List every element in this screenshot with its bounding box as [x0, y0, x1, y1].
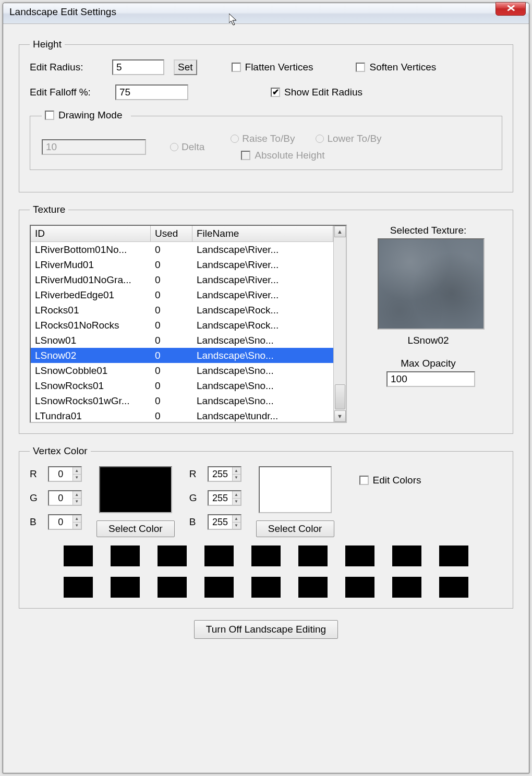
r-label: R	[30, 468, 38, 480]
set-button[interactable]: Set	[174, 59, 197, 75]
radio-icon	[170, 143, 178, 151]
table-row[interactable]: LSnow020Landscape\Sno...	[31, 348, 333, 363]
preset-swatch[interactable]	[298, 577, 328, 598]
column-used[interactable]: Used	[151, 226, 192, 241]
delta-radio: Delta	[170, 141, 210, 153]
preset-swatch[interactable]	[439, 545, 468, 566]
spin-up-icon[interactable]: ▲	[73, 515, 81, 523]
table-row[interactable]: LSnowCobble010Landscape\Sno...	[31, 363, 333, 378]
spin-down-icon[interactable]: ▼	[73, 523, 81, 529]
table-row[interactable]: LRiverBottom01No...0Landscape\River...	[31, 242, 333, 257]
checkbox-icon	[45, 111, 54, 120]
edit-falloff-input[interactable]	[115, 84, 188, 100]
selected-texture-label: Selected Texture:	[359, 225, 497, 236]
window-title: Landscape Edit Settings	[9, 6, 116, 17]
spin-up-icon[interactable]: ▲	[73, 467, 81, 475]
preset-swatch[interactable]	[204, 577, 234, 598]
drawing-mode-group: Drawing Mode Delta Raise To/By	[30, 110, 502, 170]
b-label: B	[189, 516, 197, 528]
flatten-vertices-checkbox[interactable]: Flatten Vertices	[232, 62, 319, 73]
show-edit-radius-checkbox[interactable]: ✔ Show Edit Radius	[271, 87, 368, 98]
checkbox-icon: ✔	[271, 88, 280, 97]
select-color-right-button[interactable]: Select Color	[256, 520, 334, 537]
preset-swatch[interactable]	[345, 545, 374, 566]
height-group: Height Edit Radius: Set Flatten Vertices…	[19, 39, 513, 192]
r-right-spin[interactable]: ▲▼	[208, 466, 241, 482]
table-row[interactable]: LRocks01NoRocks0Landscape\Rock...	[31, 318, 333, 333]
preset-swatch[interactable]	[251, 577, 281, 598]
checkbox-icon	[359, 476, 369, 485]
edit-colors-checkbox[interactable]: Edit Colors	[359, 475, 427, 486]
table-row[interactable]: LSnowRocks010Landscape\Sno...	[31, 378, 333, 393]
texture-list[interactable]: ID Used FileName LRiverBottom01No...0Lan…	[30, 225, 347, 423]
preset-swatches-row2	[30, 577, 502, 598]
drawing-mode-legend: Drawing Mode	[42, 110, 131, 123]
preset-swatch[interactable]	[345, 577, 374, 598]
r-label: R	[189, 468, 197, 480]
soften-vertices-checkbox[interactable]: Soften Vertices	[356, 62, 441, 73]
table-row[interactable]: LRocks010Landscape\Rock...	[31, 302, 333, 318]
spin-down-icon[interactable]: ▼	[233, 523, 240, 529]
preset-swatch[interactable]	[251, 545, 281, 566]
radio-icon	[231, 135, 239, 143]
height-legend: Height	[30, 39, 65, 50]
preset-swatch[interactable]	[158, 545, 187, 566]
scroll-up-button[interactable]: ▲	[334, 226, 346, 237]
preset-swatch[interactable]	[439, 577, 468, 598]
selected-texture-name: LSnow02	[359, 335, 497, 346]
b-left-spin[interactable]: ▲▼	[48, 514, 82, 530]
spin-down-icon[interactable]: ▼	[233, 499, 240, 505]
landscape-edit-settings-window: Landscape Edit Settings ✕ Height Edit Ra…	[3, 3, 529, 773]
table-row[interactable]: LRiverMud010Landscape\River...	[31, 257, 333, 272]
table-row[interactable]: LSnow010Landscape\Sno...	[31, 333, 333, 348]
table-row[interactable]: LTundra010Landscape\tundr...	[31, 408, 333, 422]
raise-radio: Raise To/By	[231, 133, 300, 144]
texture-legend: Texture	[30, 204, 68, 215]
spin-up-icon[interactable]: ▲	[233, 515, 240, 523]
scroll-down-button[interactable]: ▼	[334, 410, 346, 422]
preset-swatch[interactable]	[158, 577, 187, 598]
preset-swatch[interactable]	[111, 545, 140, 566]
texture-list-header[interactable]: ID Used FileName	[31, 226, 333, 242]
scroll-thumb[interactable]	[335, 384, 345, 409]
column-id[interactable]: ID	[31, 226, 151, 241]
edit-radius-input[interactable]	[112, 59, 164, 75]
spin-up-icon[interactable]: ▲	[233, 491, 240, 499]
titlebar[interactable]: Landscape Edit Settings ✕	[3, 3, 529, 24]
preset-swatch[interactable]	[111, 577, 140, 598]
r-left-spin[interactable]: ▲▼	[48, 466, 82, 482]
radio-icon	[316, 135, 324, 143]
g-left-spin[interactable]: ▲▼	[48, 490, 82, 506]
spin-down-icon[interactable]: ▼	[73, 499, 81, 505]
spin-down-icon[interactable]: ▼	[233, 475, 240, 481]
spin-up-icon[interactable]: ▲	[73, 491, 81, 499]
g-label: G	[30, 492, 38, 504]
max-opacity-label: Max Opacity	[359, 358, 497, 369]
preset-swatch[interactable]	[298, 545, 328, 566]
max-opacity-input[interactable]	[386, 371, 475, 387]
preset-swatch[interactable]	[64, 545, 93, 566]
close-button[interactable]: ✕	[495, 2, 526, 16]
checkbox-icon	[356, 63, 365, 72]
b-label: B	[30, 516, 38, 528]
drawing-mode-checkbox[interactable]: Drawing Mode	[45, 110, 128, 121]
g-right-spin[interactable]: ▲▼	[208, 490, 241, 506]
table-row[interactable]: LRiverMud01NoGra...0Landscape\River...	[31, 272, 333, 287]
column-filename[interactable]: FileName	[192, 226, 333, 241]
absolute-height-checkbox: Absolute Height	[241, 150, 386, 161]
spin-up-icon[interactable]: ▲	[233, 467, 240, 475]
scrollbar[interactable]: ▲ ▼	[333, 226, 346, 422]
preset-swatch[interactable]	[204, 545, 234, 566]
b-right-spin[interactable]: ▲▼	[208, 514, 241, 530]
turn-off-landscape-editing-button[interactable]: Turn Off Landscape Editing	[194, 620, 338, 639]
select-color-left-button[interactable]: Select Color	[96, 520, 175, 537]
vertex-color-legend: Vertex Color	[30, 445, 91, 457]
table-row[interactable]: LRiverbedEdge010Landscape\River...	[31, 287, 333, 302]
preset-swatch[interactable]	[64, 577, 93, 598]
rgb-right: R ▲▼ G ▲▼ B ▲▼	[189, 466, 241, 530]
preset-swatch[interactable]	[392, 577, 421, 598]
table-row[interactable]: LSnowRocks01wGr...0Landscape\Sno...	[31, 393, 333, 408]
spin-down-icon[interactable]: ▼	[73, 475, 81, 481]
preset-swatch[interactable]	[392, 545, 421, 566]
g-label: G	[189, 492, 197, 504]
